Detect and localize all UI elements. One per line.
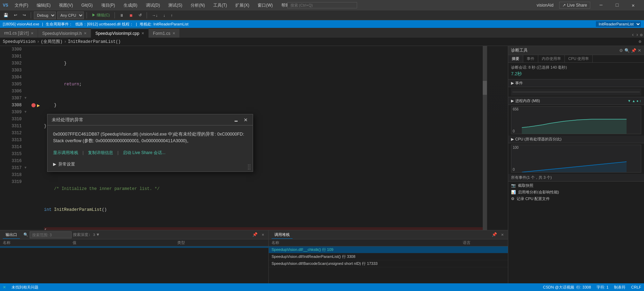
close-button[interactable]: ✕ <box>625 0 641 10</box>
diag-pin-icon[interactable]: 📌 <box>631 48 636 53</box>
breadcrumb-project[interactable]: SpeedupVision <box>3 39 36 44</box>
menu-analyze[interactable]: 分析(N) <box>188 2 207 9</box>
watch-value[interactable] <box>70 246 175 248</box>
status-no-issues: 未找到相关问题 <box>12 285 38 290</box>
menu-debug[interactable]: 调试(D) <box>144 2 162 9</box>
dialog-controls: 🗕 ✕ <box>232 116 250 124</box>
tab-close[interactable]: ✕ <box>172 31 175 35</box>
title-center <box>287 2 357 8</box>
tab-output[interactable]: 输出口 <box>3 231 20 239</box>
stacktrace-select[interactable]: InitReaderParamList <box>595 21 641 27</box>
menu-window[interactable]: 窗口(W) <box>256 2 275 9</box>
editor-scrollbar[interactable] <box>483 46 487 230</box>
breakpoint-dot[interactable] <box>31 103 36 107</box>
diag-search-icon[interactable]: 🔍 <box>624 48 630 53</box>
line-numbers: 3300 3301 3302 3303 3304 3305 3306 3307 … <box>0 46 24 230</box>
watch-name[interactable] <box>0 246 70 248</box>
cpu-section-header[interactable]: ▶ CPU (所有处理器的百分比) <box>508 136 644 143</box>
memory-action-snapshot[interactable]: 📷 截取快照 <box>511 183 641 188</box>
cpu-chart: 100 0 <box>511 145 641 173</box>
toolbar-step-out[interactable]: ↑ <box>169 13 175 18</box>
tab-scroll-right[interactable]: › <box>636 32 638 38</box>
scrollbar-thumb[interactable] <box>483 81 487 95</box>
code-line-3301: return; <box>44 81 483 88</box>
memory-actions: 📷 截取快照 📊 启用堆分析(会影响性能) ⚙ 记录 CPU 配置文件 <box>508 182 644 203</box>
breadcrumb-scope[interactable]: (全局范围) <box>41 39 62 45</box>
heap-icon: 📊 <box>511 190 516 194</box>
dialog-pin-button[interactable]: 🗕 <box>232 116 240 124</box>
snapshot-icon: 📷 <box>511 183 516 188</box>
toolbar-save[interactable]: 💾 <box>1 12 10 18</box>
dialog-close-button[interactable]: ✕ <box>242 116 250 124</box>
cpu-label: CPU (所有处理器的百分比) <box>515 137 562 142</box>
live-share-button[interactable]: ↗ Live Share <box>559 2 590 9</box>
toolbar-restart[interactable]: ↺ <box>136 12 144 18</box>
line-num-3313: 3313 <box>0 137 22 144</box>
toolbar-stop[interactable]: ⏹ <box>127 13 135 18</box>
tab-close[interactable]: ✕ <box>84 31 87 35</box>
dialog-settings[interactable]: ▶ 异常设置 <box>53 161 247 167</box>
events-section-header[interactable]: ▶ 事件 <box>508 79 644 87</box>
tab-close[interactable]: ✕ <box>31 31 34 35</box>
tab-speedup-cpp[interactable]: SpeedupVisionImpl.cpp ✕ <box>91 29 149 38</box>
menu-git[interactable]: Git(G) <box>79 2 95 8</box>
panel-pin[interactable]: 📌 <box>251 232 259 237</box>
debug-mode-select[interactable]: Debug <box>34 12 56 19</box>
menu-build[interactable]: 生成(B) <box>121 2 140 9</box>
cpu-collapse-icon: ▶ <box>511 137 514 141</box>
breadcrumb-method[interactable]: InitReaderParamList() <box>68 39 120 44</box>
tab-label: SpeedupVisionImpl.cpp <box>95 31 139 36</box>
fold-3317[interactable]: ▼ <box>24 164 30 171</box>
toolbar-run[interactable]: ▶ 继续(C) <box>90 12 112 18</box>
diag-settings-icon[interactable]: ⚙ <box>619 48 623 53</box>
line-num-3304: 3304 <box>0 74 22 81</box>
menu-test[interactable]: 测试(S) <box>166 2 184 9</box>
memory-action-heap[interactable]: 📊 启用堆分析(会影响性能) <box>511 190 641 195</box>
toolbar-pause[interactable]: ⏸ <box>118 13 126 18</box>
menu-edit[interactable]: 编辑(E) <box>35 2 53 9</box>
menu-file[interactable]: 文件(F) <box>13 2 30 9</box>
tab-settings[interactable]: ⚙ <box>640 32 643 38</box>
diag-tab-summary[interactable]: 摘要 <box>508 55 523 62</box>
tab-callstack[interactable]: 调用堆栈 <box>272 231 293 239</box>
fold-3307[interactable]: ▼ <box>24 95 30 102</box>
link-copy-details[interactable]: 复制详细信息 <box>88 150 113 156</box>
platform-select[interactable]: Any CPU <box>57 12 84 19</box>
breadcrumb-settings[interactable]: ⚙ <box>639 39 641 44</box>
tab-close[interactable]: ✕ <box>141 31 144 35</box>
callstack-row-0[interactable]: SpeedupVision.dll!__chkstk() 行 109 <box>269 246 508 253</box>
bottom-left-panel-header: 输出口 🔍 搜索深度: 3 ▼ 📌 ✕ <box>0 230 268 239</box>
tab-form1[interactable]: Form1.cs ✕ <box>149 29 180 38</box>
menu-project[interactable]: 项目(P) <box>99 2 117 9</box>
dialog-resize-handle[interactable]: ⣿ <box>247 163 251 170</box>
minimize-button[interactable]: ─ <box>593 0 609 10</box>
callstack-row-2[interactable]: SpeedupVision.dll!BarcodeScan(unsigned s… <box>269 260 508 267</box>
fold-3309[interactable]: ▼ <box>24 109 30 116</box>
callstack-lang-1 <box>460 253 508 260</box>
tab-rm1-design[interactable]: rm1.cs [设计] ✕ <box>0 29 38 38</box>
panel-close[interactable]: ✕ <box>260 232 266 237</box>
toolbar-redo[interactable]: ↪ <box>21 12 28 18</box>
link-show-callstack[interactable]: 显示调用堆栈 <box>53 150 78 156</box>
callstack-pin[interactable]: 📌 <box>490 232 498 237</box>
tab-speedup-h[interactable]: SpeedupVisionImpl.h ✕ <box>38 29 91 38</box>
menu-view[interactable]: 视图(V) <box>57 2 75 9</box>
callstack-row-1[interactable]: SpeedupVision.dll!InitReaderParamList() … <box>269 253 508 260</box>
link-live-share[interactable]: 启动 Live Share 会话... <box>123 150 165 156</box>
maximize-button[interactable]: □ <box>609 0 625 10</box>
memory-section-header[interactable]: ▶ 进程内存 (MB) ▼ ▲ ● ↕ <box>508 97 644 105</box>
tab-scroll-left[interactable]: ‹ <box>631 32 634 38</box>
diag-tab-cpu[interactable]: CPU 使用率 <box>565 55 593 62</box>
panel-search-input[interactable] <box>30 231 72 238</box>
menu-extensions[interactable]: 扩展(X) <box>233 2 251 9</box>
toolbar-step-into[interactable]: ↓ <box>161 13 168 18</box>
diag-tab-memory[interactable]: 内存使用率 <box>538 55 565 62</box>
menu-tools[interactable]: 工具(T) <box>211 2 229 9</box>
diag-tab-events[interactable]: 事件 <box>523 55 538 62</box>
search-input[interactable] <box>287 2 357 8</box>
cpu-action-profile[interactable]: ⚙ 记录 CPU 配置文件 <box>511 196 641 201</box>
toolbar-step-over[interactable]: →↓ <box>150 13 160 18</box>
diag-close-icon[interactable]: ✕ <box>638 48 641 53</box>
toolbar-undo[interactable]: ↩ <box>12 12 19 18</box>
callstack-close[interactable]: ✕ <box>500 232 505 237</box>
